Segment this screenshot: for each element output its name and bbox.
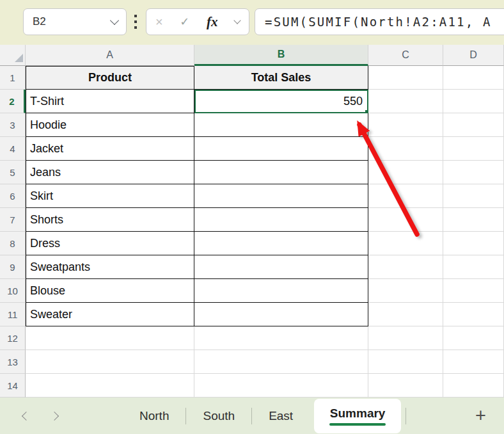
cell-B1[interactable]: Total Sales — [194, 66, 368, 90]
fill-handle[interactable] — [365, 109, 368, 113]
tab-south[interactable]: South — [186, 409, 251, 423]
cell-A14[interactable] — [26, 374, 194, 398]
tabs-prev-button[interactable] — [22, 412, 31, 421]
add-sheet-button[interactable]: + — [475, 406, 486, 425]
cell-C6[interactable] — [368, 184, 443, 208]
row-header-2-selected[interactable]: 2 — [0, 90, 26, 113]
grid-row-5: 5 Jeans — [0, 161, 504, 184]
cell-C7[interactable] — [368, 208, 443, 232]
chevron-down-icon[interactable] — [233, 17, 240, 24]
row-header-3[interactable]: 3 — [0, 113, 26, 137]
cell-B5[interactable] — [194, 161, 368, 184]
cell-B8[interactable] — [194, 232, 368, 255]
row-header-5[interactable]: 5 — [0, 161, 26, 184]
row-header-7[interactable]: 7 — [0, 208, 26, 232]
grid-row-9: 9 Sweatpants — [0, 255, 504, 279]
cell-A8[interactable]: Dress — [26, 232, 194, 255]
cell-D5[interactable] — [443, 161, 504, 184]
cell-A10[interactable]: Blouse — [26, 279, 194, 303]
formula-bar-handle-icon[interactable] — [134, 15, 137, 29]
cell-D12[interactable] — [443, 326, 504, 350]
cell-C3[interactable] — [368, 113, 443, 137]
row-header-9[interactable]: 9 — [0, 255, 26, 279]
formula-bar: B2 × ✓ fx =SUM(SUMIF(North!A2:A11, A — [0, 0, 504, 45]
cell-A9[interactable]: Sweatpants — [26, 255, 194, 279]
cell-C5[interactable] — [368, 161, 443, 184]
active-tab-underline — [329, 423, 386, 426]
cell-C10[interactable] — [368, 279, 443, 303]
cell-C12[interactable] — [368, 326, 443, 350]
cell-D8[interactable] — [443, 232, 504, 255]
formula-text: =SUM(SUMIF(North!A2:A11, A — [265, 15, 492, 29]
column-header-c[interactable]: C — [368, 45, 443, 66]
cell-C4[interactable] — [368, 137, 443, 161]
cell-D7[interactable] — [443, 208, 504, 232]
cell-C11[interactable] — [368, 303, 443, 326]
row-header-14[interactable]: 14 — [0, 374, 26, 398]
cell-D1[interactable] — [443, 66, 504, 90]
cell-C13[interactable] — [368, 350, 443, 374]
cell-A7[interactable]: Shorts — [26, 208, 194, 232]
column-header-b-selected[interactable]: B — [194, 45, 368, 66]
tabs-next-button[interactable] — [50, 412, 59, 421]
grid-row-3: 3 Hoodie — [0, 113, 504, 137]
cell-A13[interactable] — [26, 350, 194, 374]
cell-A4[interactable]: Jacket — [26, 137, 194, 161]
cell-B7[interactable] — [194, 208, 368, 232]
cell-D2[interactable] — [443, 90, 504, 113]
cell-C8[interactable] — [368, 232, 443, 255]
tab-east[interactable]: East — [252, 409, 310, 423]
formula-input[interactable]: =SUM(SUMIF(North!A2:A11, A — [255, 8, 504, 35]
row-header-6[interactable]: 6 — [0, 184, 26, 208]
cancel-icon[interactable]: × — [155, 15, 163, 28]
cell-B3[interactable] — [194, 113, 368, 137]
cell-D9[interactable] — [443, 255, 504, 279]
name-box[interactable]: B2 — [23, 8, 127, 35]
cell-C9[interactable] — [368, 255, 443, 279]
row-header-4[interactable]: 4 — [0, 137, 26, 161]
column-header-d[interactable]: D — [443, 45, 504, 66]
chevron-down-icon[interactable] — [110, 15, 119, 24]
cell-B9[interactable] — [194, 255, 368, 279]
cell-A3[interactable]: Hoodie — [26, 113, 194, 137]
row-header-10[interactable]: 10 — [0, 279, 26, 303]
cell-D14[interactable] — [443, 374, 504, 398]
tab-summary-active[interactable]: Summary — [314, 399, 401, 433]
cell-D11[interactable] — [443, 303, 504, 326]
row-header-8[interactable]: 8 — [0, 232, 26, 255]
cell-B14[interactable] — [194, 374, 368, 398]
cell-B10[interactable] — [194, 279, 368, 303]
row-header-1[interactable]: 1 — [0, 66, 26, 90]
cell-B11[interactable] — [194, 303, 368, 326]
cell-C2[interactable] — [368, 90, 443, 113]
cell-B13[interactable] — [194, 350, 368, 374]
select-all-button[interactable] — [0, 45, 26, 66]
row-header-11[interactable]: 11 — [0, 303, 26, 326]
cell-D3[interactable] — [443, 113, 504, 137]
cell-D6[interactable] — [443, 184, 504, 208]
tab-divider — [406, 408, 406, 424]
row-header-13[interactable]: 13 — [0, 350, 26, 374]
cell-B2-selected[interactable]: 550 — [194, 90, 368, 113]
insert-function-icon[interactable]: fx — [207, 15, 218, 29]
tab-north[interactable]: North — [123, 409, 185, 423]
sheet-tab-bar: North South East Summary + — [0, 398, 504, 434]
confirm-icon[interactable]: ✓ — [180, 16, 189, 28]
cell-A11[interactable]: Sweater — [26, 303, 194, 326]
cell-A6[interactable]: Skirt — [26, 184, 194, 208]
cell-D10[interactable] — [443, 279, 504, 303]
cell-B4[interactable] — [194, 137, 368, 161]
cell-B12[interactable] — [194, 326, 368, 350]
row-header-12[interactable]: 12 — [0, 326, 26, 350]
cell-A1[interactable]: Product — [26, 66, 194, 90]
column-header-a[interactable]: A — [26, 45, 194, 66]
grid-row-1: 1 Product Total Sales — [0, 66, 504, 90]
cell-A12[interactable] — [26, 326, 194, 350]
cell-C1[interactable] — [368, 66, 443, 90]
cell-A2[interactable]: T-Shirt — [26, 90, 194, 113]
cell-B6[interactable] — [194, 184, 368, 208]
cell-D13[interactable] — [443, 350, 504, 374]
cell-D4[interactable] — [443, 137, 504, 161]
cell-A5[interactable]: Jeans — [26, 161, 194, 184]
cell-C14[interactable] — [368, 374, 443, 398]
